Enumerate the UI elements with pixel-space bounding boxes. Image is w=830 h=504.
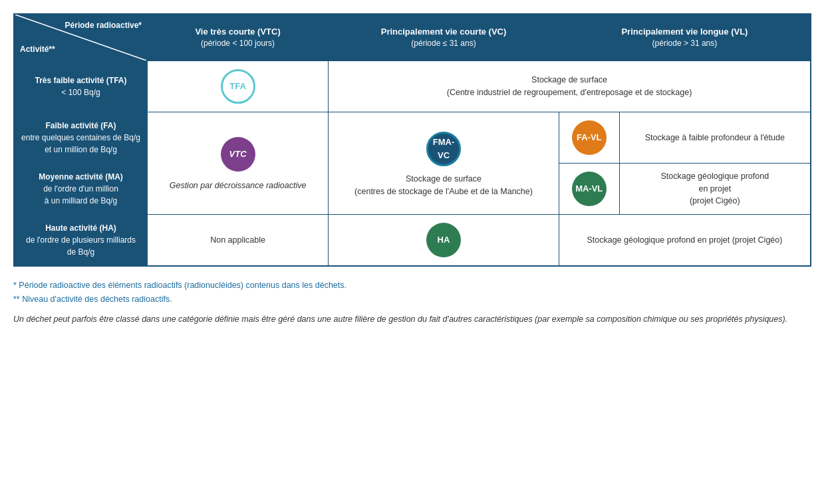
ha-storage-text: Stockage géologique profond en projet (p… <box>566 234 803 247</box>
cell-tfa-vtc: TFA <box>148 61 329 112</box>
badge-fma-vc: FMA-VC <box>426 132 461 166</box>
label-tfa-sub: < 100 Bq/g <box>21 86 140 98</box>
cell-ha-non-applicable: Non applicable <box>148 215 329 266</box>
cell-vtc-gestion: VTC Gestion par décroissance radioactive <box>148 112 329 215</box>
label-ha-sub: de l'ordre de plusieurs milliards de Bq/… <box>21 234 140 258</box>
label-tfa-bold: Très faible activité (TFA) <box>21 74 140 86</box>
cell-fma-vc: FMA-VC Stockage de surface (centres de s… <box>329 112 559 215</box>
badge-fa-vl: FA-VL <box>572 120 607 155</box>
footnote-2: ** Niveau d'activité des déchets radioac… <box>13 293 811 307</box>
header-vtc-sublabel: (période < 100 jours) <box>154 38 321 49</box>
ma-vl-text1: Stockage géologique profond <box>626 170 803 183</box>
fa-vl-text: Stockage à faible profondeur à l'étude <box>626 132 803 144</box>
badge-vtc: VTC <box>221 137 255 172</box>
footnotes: * Période radioactive des éléments radio… <box>13 279 811 326</box>
cell-ha-badge: HA <box>329 215 559 266</box>
fma-vc-text1: Stockage de surface <box>335 173 552 186</box>
ma-vl-text2: en projet <box>626 183 803 195</box>
header-vc: Principalement vie courte (VC) (période … <box>329 15 559 61</box>
cell-tfa-text1: Stockage de surface <box>335 74 803 86</box>
ma-vl-text3: (projet Cigéo) <box>626 195 803 207</box>
row-tfa: Très faible activité (TFA) < 100 Bq/g TF… <box>15 61 811 112</box>
corner-bottom-text: Activité** <box>20 44 55 55</box>
badge-ma-vl: MA-VL <box>572 172 607 206</box>
row-fa: Faible activité (FA) entre quelques cent… <box>15 112 811 164</box>
label-ma: Moyenne activité (MA) de l'ordre d'un mi… <box>15 164 148 215</box>
header-vtc-label: Vie très courte (VTC) <box>154 26 321 38</box>
header-vc-label: Principalement vie courte (VC) <box>335 26 552 38</box>
cell-ma-vl-badge: MA-VL <box>559 164 619 215</box>
header-vl-sublabel: (période > 31 ans) <box>566 38 803 49</box>
non-applicable-text: Non applicable <box>154 234 321 247</box>
badge-tfa: TFA <box>221 69 255 104</box>
label-ha: Haute activité (HA) de l'ordre de plusie… <box>15 215 148 266</box>
label-tfa: Très faible activité (TFA) < 100 Bq/g <box>15 61 148 112</box>
label-fa-bold: Faible activité (FA) <box>21 120 140 132</box>
cell-ma-vl-text: Stockage géologique profond en projet (p… <box>619 164 810 215</box>
fma-vc-text2: (centres de stockage de l'Aube et de la … <box>335 186 552 198</box>
cell-fa-vl-badge: FA-VL <box>559 112 619 164</box>
cell-tfa-vc-vl: Stockage de surface (Centre industriel d… <box>329 61 811 112</box>
header-vc-sublabel: (période ≤ 31 ans) <box>335 38 552 49</box>
header-vtc: Vie très courte (VTC) (période < 100 jou… <box>148 15 329 61</box>
corner-top-text: Période radioactive* <box>65 20 142 31</box>
cell-fa-vl-text: Stockage à faible profondeur à l'étude <box>619 112 810 164</box>
corner-cell: Période radioactive* Activité** <box>15 15 148 61</box>
footnote-1: * Période radioactive des éléments radio… <box>13 279 811 293</box>
classification-table: Période radioactive* Activité** Vie très… <box>13 13 811 267</box>
italic-note: Un déchet peut parfois être classé dans … <box>13 313 811 326</box>
label-fa-sub: entre quelques centaines de Bq/get un mi… <box>21 132 140 156</box>
header-vl: Principalement vie longue (VL) (période … <box>559 15 810 61</box>
label-ma-sub: de l'ordre d'un millionà un milliard de … <box>21 183 140 207</box>
label-fa: Faible activité (FA) entre quelques cent… <box>15 112 148 164</box>
vtc-gestion-text: Gestion par décroissance radioactive <box>154 180 321 192</box>
header-vl-label: Principalement vie longue (VL) <box>566 26 803 38</box>
label-ma-bold: Moyenne activité (MA) <box>21 171 140 183</box>
label-ha-bold: Haute activité (HA) <box>21 222 140 234</box>
row-ha: Haute activité (HA) de l'ordre de plusie… <box>15 215 811 266</box>
badge-ha: HA <box>426 223 461 257</box>
cell-tfa-text2: (Centre industriel de regroupement, d'en… <box>335 86 803 99</box>
cell-ha-text: Stockage géologique profond en projet (p… <box>559 215 810 266</box>
